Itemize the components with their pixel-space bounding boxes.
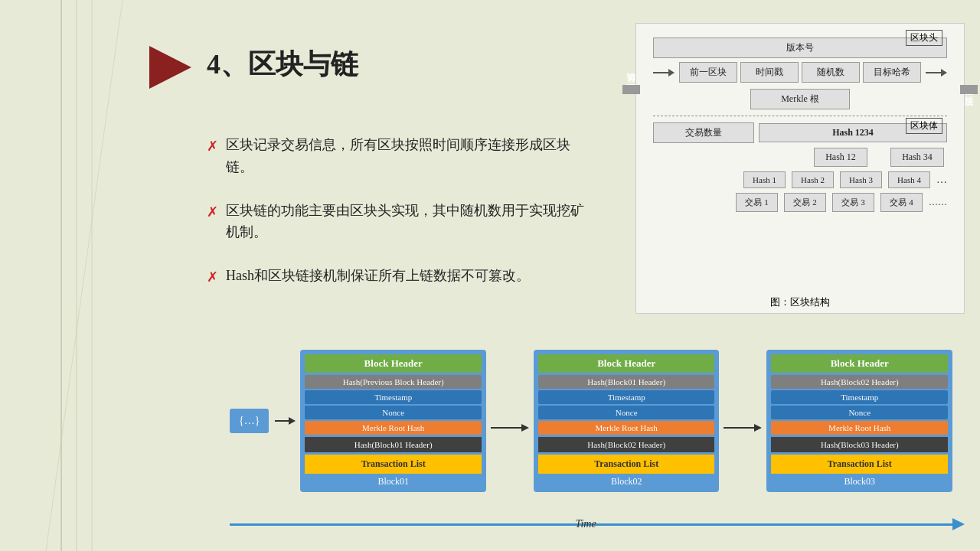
block03-timestamp: Timestamp <box>771 390 948 404</box>
block03-label: Block03 <box>771 476 948 487</box>
block01-nonce: Nonce <box>305 406 482 419</box>
time-label: Time <box>575 518 596 530</box>
tx-count-box: 交易数量 <box>653 122 754 143</box>
arrow-to-block03 <box>724 395 762 447</box>
block01-hash: Hash(Block01 Header) <box>305 437 482 452</box>
arrow-to-block02 <box>491 395 529 447</box>
block03-merkle: Merkle Root Hash <box>771 421 948 435</box>
time-arrow <box>230 517 965 532</box>
block02-nonce: Nonce <box>538 406 715 419</box>
version-box: 版本号 <box>653 37 947 58</box>
block-body-label: 区块体 <box>906 118 942 134</box>
block01-timestamp: Timestamp <box>305 390 482 404</box>
block01-merkle: Merkle Root Hash <box>305 421 482 435</box>
tx3-box: 交易 3 <box>832 193 874 212</box>
arrow-to-block01 <box>275 417 296 425</box>
prev-block-box: 前一区块 <box>679 62 737 83</box>
side-label-prev: 前一区块 <box>622 85 640 94</box>
list-item: ✗ Hash和区块链接机制保证所有上链数据不可篡改。 <box>207 265 590 289</box>
block01: Block Header Hash(Previous Block Header)… <box>300 350 486 492</box>
bullet-text-3: Hash和区块链接机制保证所有上链数据不可篡改。 <box>226 265 530 287</box>
hash4-box: Hash 4 <box>888 171 930 188</box>
tx2-box: 交易 2 <box>784 193 826 212</box>
merkle-root-box: Merkle 根 <box>750 89 850 109</box>
block02-merkle: Merkle Root Hash <box>538 421 715 435</box>
page-title: 4、区块与链 <box>207 46 358 83</box>
block-structure-diagram: 前一区块 后一区块 区块头 版本号 前一区块 时间戳 随机数 目标哈希 <box>635 23 965 314</box>
diagram-caption: 图：区块结构 <box>770 295 830 309</box>
more-indicator: … <box>936 174 947 186</box>
block03-nonce: Nonce <box>771 406 948 419</box>
block02-timestamp: Timestamp <box>538 390 715 404</box>
blocks-container: {…} Block Header Hash(Previous Block Hea… <box>230 337 957 505</box>
tx1-box: 交易 1 <box>736 193 778 212</box>
block03-tx: Transaction List <box>771 455 948 474</box>
time-arrowhead <box>952 518 965 530</box>
bullet-marker: ✗ <box>207 266 218 289</box>
list-item: ✗ 区块链的功能主要由区块头实现，其中随机数用于实现挖矿机制。 <box>207 200 590 244</box>
svg-line-3 <box>46 0 122 551</box>
block01-header-label: Block Header <box>305 354 482 373</box>
block02: Block Header Hash(Block01 Header) Timest… <box>534 350 720 492</box>
hash34-box: Hash 34 <box>890 148 944 167</box>
bullet-list: ✗ 区块记录交易信息，所有区块按照时间顺序连接形成区块链。 ✗ 区块链的功能主要… <box>207 134 590 310</box>
hash12-box: Hash 12 <box>814 148 867 167</box>
timestamp-box: 时间戳 <box>740 62 799 83</box>
block02-label: Block02 <box>538 476 715 487</box>
bullet-marker: ✗ <box>207 201 218 223</box>
side-label-next: 后一区块 <box>960 85 978 94</box>
block03-prev-hash: Hash(Block02 Header) <box>771 375 948 389</box>
block01-label: Block01 <box>305 476 482 487</box>
hash1-box: Hash 1 <box>743 171 786 188</box>
dotdot-indicator: …… <box>929 197 947 208</box>
bullet-text-1: 区块记录交易信息，所有区块按照时间顺序连接形成区块链。 <box>226 134 590 178</box>
block01-tx: Transaction List <box>305 455 482 474</box>
hash2-box: Hash 2 <box>792 171 834 188</box>
target-hash-box: 目标哈希 <box>863 62 921 83</box>
blockchain-diagram: {…} Block Header Hash(Previous Block Hea… <box>207 337 965 532</box>
hash3-box: Hash 3 <box>840 171 882 188</box>
bullet-text-2: 区块链的功能主要由区块头实现，其中随机数用于实现挖矿机制。 <box>226 200 590 244</box>
tx4-box: 交易 4 <box>880 193 923 212</box>
bullet-marker: ✗ <box>207 135 218 158</box>
block02-prev-hash: Hash(Block01 Header) <box>538 375 715 389</box>
block02-hash: Hash(Block02 Header) <box>538 437 715 452</box>
block03-header-label: Block Header <box>771 354 948 373</box>
red-arrow-decoration <box>149 46 191 89</box>
list-item: ✗ 区块记录交易信息，所有区块按照时间顺序连接形成区块链。 <box>207 134 590 178</box>
block03-hash: Hash(Block03 Header) <box>771 437 948 452</box>
svg-marker-5 <box>521 424 529 432</box>
header-section-label: 区块头 <box>906 30 942 46</box>
block03: Block Header Hash(Block02 Header) Timest… <box>766 350 952 492</box>
svg-marker-7 <box>754 424 762 432</box>
block02-tx: Transaction List <box>538 455 715 474</box>
nonce-box: 随机数 <box>802 62 860 83</box>
block02-header-label: Block Header <box>538 354 715 373</box>
block01-prev-hash: Hash(Previous Block Header) <box>305 375 482 389</box>
prev-block-placeholder: {…} <box>230 409 269 433</box>
